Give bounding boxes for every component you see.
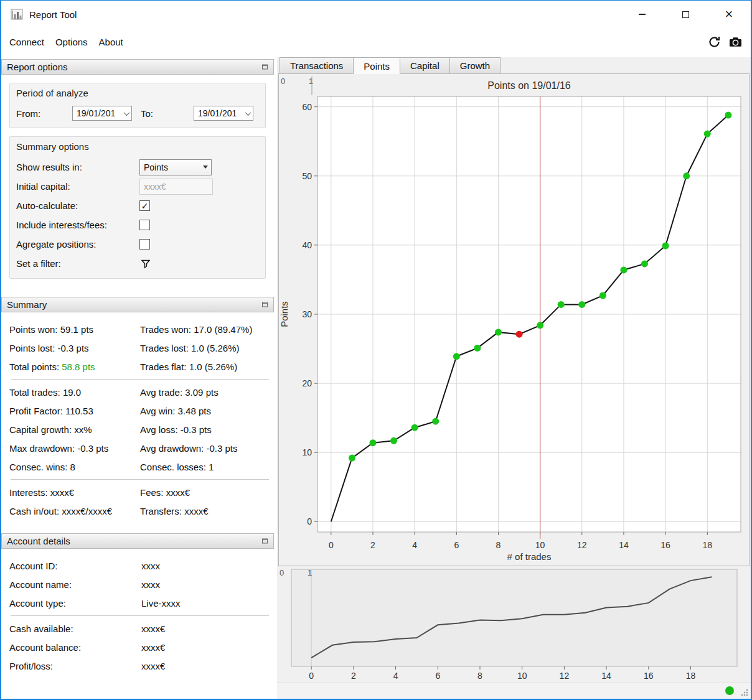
win-marker [369,439,376,446]
filter-button[interactable] [141,259,151,269]
summary-row: Max drawdown: -0.3 ptsAvg drawdown: -0.3… [9,439,270,457]
maximize-button[interactable] [671,1,700,28]
period-group-title: Period of analyze [16,88,259,98]
y-tick-label: 20 [302,378,312,388]
separator [11,615,269,616]
tab-growth[interactable]: Growth [449,57,501,73]
summary-row: Total points: 58.8 ptsTrades flat: 1.0 (… [9,357,270,376]
account-row: Account balance:xxxx€ [9,638,270,656]
include-fees-label: Include interests/fees: [16,220,139,230]
maximize-icon [682,11,689,18]
account-row: Profit/loss:xxxx€ [9,656,270,675]
float-panel-icon[interactable] [261,63,268,70]
camera-icon [729,36,742,48]
status-bar [277,683,751,699]
menubar: ConnectOptionsAbout [1,28,751,56]
summary-stat: Total trades: 19.0 [9,387,140,398]
include-fees-checkbox[interactable] [139,220,150,230]
x-tick-label: 18 [686,671,696,681]
x-axis: 024681012141618 [329,532,712,550]
win-marker [411,424,418,431]
to-date-select[interactable]: 19/01/201 [194,106,253,121]
summary-row: Cash in/out: xxxx€/xxxx€Transfers: xxxx€ [9,502,270,520]
y-axis: 0102030405060 [302,102,317,527]
titlebar[interactable]: Report Tool × [1,1,751,28]
win-marker [704,131,711,138]
refresh-icon [708,35,721,49]
chart-pane: 0246810121416180102030405060Points on 19… [278,73,750,566]
summary-stat: Max drawdown: -0.3 pts [9,443,140,454]
summary-row: Interests: xxxx€Fees: xxxx€ [9,483,270,502]
summary-row: Profit Factor: 110.53Avg win: 3.48 pts [9,401,270,420]
float-panel-icon[interactable] [261,538,268,544]
agregate-positions-checkbox[interactable] [139,239,150,250]
summary-stat: Transfers: xxxx€ [140,506,270,516]
menu-connect[interactable]: Connect [4,33,50,51]
from-date-select[interactable]: 19/01/201 [72,106,132,121]
resize-grip[interactable] [740,688,749,697]
include-fees-row: Include interests/fees: [16,215,259,235]
win-marker [725,112,731,119]
checkmark-icon: ✓ [141,201,149,211]
summary-title: Summary [7,299,47,310]
to-label: To: [141,108,194,119]
initial-capital-label: Initial capital: [16,181,139,192]
win-marker [620,266,627,273]
minimize-button[interactable] [627,1,656,28]
win-marker [390,437,397,444]
x-tick-label: 12 [560,671,570,681]
menu-about[interactable]: About [93,33,129,51]
chevron-down-icon [121,111,131,116]
report-options-title: Report options [7,62,68,72]
win-marker [641,260,648,267]
navigator-chart[interactable]: 02468101214161801 [279,567,749,681]
tab-points[interactable]: Points [353,57,400,74]
summary-stat: Avg drawdown: -0.3 pts [140,443,270,454]
account-field-value: Live-xxxx [141,598,270,609]
show-results-value: Points [144,162,200,172]
summary-stat: Fees: xxxx€ [140,487,270,498]
summary-row: Points lost: -0.3 ptsTrades lost: 1.0 (5… [9,338,270,357]
y-tick-label: 50 [302,171,312,181]
app-icon [10,7,24,21]
menu-options[interactable]: Options [50,33,93,51]
summary-options-groupbox: Summary options Show results in: Points … [9,136,266,279]
show-results-select[interactable]: Points [139,159,212,175]
toolbar-icons [707,35,742,49]
y-tick-label: 40 [302,240,312,250]
close-button[interactable]: × [715,1,743,28]
summary-options-title: Summary options [16,141,259,152]
account-field-label: Profit/loss: [9,661,141,671]
y-axis-label: Points [279,301,289,327]
summary-stat: Points won: 59.1 pts [9,324,140,335]
win-marker [662,243,669,250]
auto-calculate-row: Auto-calculate: ✓ [16,196,259,215]
summary-stat: Avg loss: -0.3 pts [140,424,270,435]
auto-calculate-label: Auto-calculate: [16,200,139,211]
auto-calculate-checkbox[interactable]: ✓ [139,200,150,211]
filter-funnel-icon [141,259,151,269]
summary-stat: Interests: xxxx€ [9,487,140,498]
initial-capital-input[interactable] [139,179,213,195]
filter-row: Set a filter: [16,254,259,273]
x-tick-label: 8 [496,540,501,550]
x-tick-label: 8 [477,671,482,681]
account-details: Account ID:xxxxAccount name:xxxxAccount … [1,549,274,675]
tab-capital[interactable]: Capital [400,57,450,73]
refresh-button[interactable] [707,35,721,49]
points-chart[interactable]: 0246810121416180102030405060Points on 19… [279,74,749,566]
report-options-header: Report options [1,59,274,75]
x-tick-label: 14 [619,540,629,550]
summary-row: Total trades: 19.0Avg trade: 3.09 pts [9,383,270,401]
account-field-value: xxxx€ [141,623,270,634]
account-row: Account ID:xxxx [9,556,270,575]
win-marker [432,418,439,425]
win-marker [558,301,565,308]
x-tick-label: 16 [644,671,654,681]
float-panel-icon[interactable] [261,301,268,308]
win-marker [349,455,355,462]
x-tick-label: 4 [412,540,417,550]
tab-transactions[interactable]: Transactions [280,57,354,73]
to-date-value: 19/01/201 [198,108,243,118]
screenshot-button[interactable] [728,35,742,49]
